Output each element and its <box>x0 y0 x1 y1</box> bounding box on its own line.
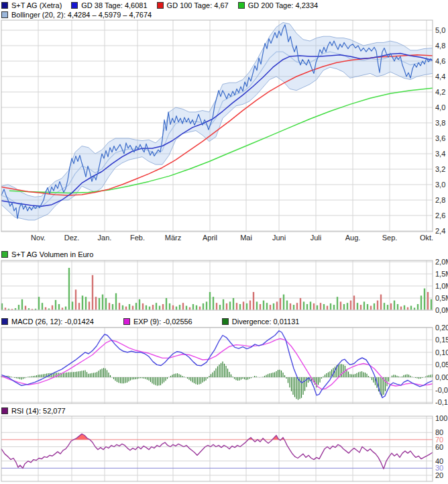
volume-bar <box>129 304 130 310</box>
legend-label: GD 200 Tage: 4,2334 <box>248 1 318 9</box>
x-axis-month-label: Jan. <box>98 234 112 242</box>
legend-item: RSI (14): 52,077 <box>1 407 66 415</box>
legend-item: EXP (9): -0,02556 <box>123 318 192 326</box>
legend-label: S+T AG Volumen in Euro <box>11 250 93 258</box>
volume-plot-area[interactable] <box>1 260 433 310</box>
volume-bar <box>290 303 291 310</box>
volume-bar <box>112 304 113 310</box>
volume-bar <box>146 305 147 310</box>
volume-bar <box>135 303 137 309</box>
volume-bar <box>394 301 395 310</box>
volume-bar <box>404 305 405 310</box>
volume-bar <box>357 303 358 309</box>
legend-item: GD 38 Tage: 4,6081 <box>71 1 147 9</box>
volume-bar <box>45 307 46 310</box>
volume-bar <box>35 309 36 310</box>
y-axis-tick-label: -0,10 <box>435 398 448 406</box>
volume-bar <box>38 297 40 309</box>
y-axis-tick-label: 0,00 <box>435 373 448 381</box>
volume-bar <box>152 305 154 309</box>
volume-bar <box>353 295 355 309</box>
volume-bar <box>421 295 422 309</box>
volume-panel-group: 2,0M1,5M1,0M0,5M0,0M <box>1 258 448 314</box>
y-axis-tick-label: 3,6 <box>435 134 445 142</box>
x-axis-month-label: Feb. <box>130 234 145 242</box>
x-axis-month-label: Juni <box>272 234 286 242</box>
macd-panel-group: 0,200,150,100,050,00-0,05-0,10 <box>1 324 448 407</box>
legend-label: RSI (14): 52,077 <box>11 407 66 415</box>
volume-bar <box>186 306 187 310</box>
volume-bar <box>11 309 13 309</box>
legend-color-swatch <box>1 318 8 325</box>
volume-bar <box>162 304 164 310</box>
volume-bar <box>424 289 425 310</box>
volume-bar <box>179 305 180 309</box>
x-axis-month-label: März <box>165 234 181 242</box>
volume-bar <box>263 301 264 310</box>
volume-bar <box>384 303 385 309</box>
x-axis-month-label: April <box>203 234 217 242</box>
price-legend-row: S+T AG (Xetra)GD 38 Tage: 4,6081GD 100 T… <box>1 1 327 9</box>
macd-plot-area[interactable] <box>1 328 433 403</box>
volume-bar <box>216 303 217 309</box>
volume-bar <box>92 275 93 310</box>
volume-bar <box>397 304 398 310</box>
macd-legend-row: MACD (26, 12): -0,01424EXP (9): -0,02556… <box>1 318 329 326</box>
volume-bar <box>48 308 50 309</box>
volume-bar <box>333 305 335 309</box>
volume-bar <box>213 297 214 309</box>
volume-bar <box>42 303 43 309</box>
y-axis-tick-label: 0,15 <box>435 336 448 344</box>
volume-bar <box>139 299 140 310</box>
y-axis-tick-label: 2,8 <box>435 196 445 204</box>
volume-bar <box>65 307 66 310</box>
volume-bar <box>243 301 244 309</box>
y-axis-tick-label: 4,4 <box>435 72 445 81</box>
volume-bar <box>340 301 341 309</box>
y-axis-tick-label: 0,5M <box>435 294 448 302</box>
y-axis-tick-label: 3,4 <box>435 150 445 158</box>
volume-bar <box>320 303 321 309</box>
volume-bar <box>5 307 6 309</box>
volume-bar <box>78 303 80 309</box>
volume-bar <box>233 298 234 310</box>
x-axis-month-label: Dez. <box>64 234 80 242</box>
volume-bar <box>55 300 56 310</box>
volume-bar <box>75 289 76 309</box>
volume-bar <box>306 304 308 310</box>
volume-bar <box>427 292 429 310</box>
stock-chart-page: S+T AG (Xetra)GD 38 Tage: 4,6081GD 100 T… <box>0 0 448 484</box>
volume-bar <box>219 305 221 309</box>
volume-bar <box>115 293 117 310</box>
volume-bar <box>246 303 247 310</box>
volume-bar <box>58 304 60 310</box>
volume-bar <box>276 301 278 309</box>
volume-bar <box>347 303 348 309</box>
volume-bar <box>310 301 311 309</box>
rsi-panel-group: 100807060403020 <box>1 414 447 481</box>
volume-bar <box>367 304 368 310</box>
x-axis-month-label: Aug. <box>345 234 361 242</box>
legend-color-swatch <box>123 318 130 325</box>
legend-label: EXP (9): -0,02556 <box>133 318 192 326</box>
legend-label: Divergence: 0,01131 <box>232 318 300 326</box>
volume-bar <box>52 305 53 310</box>
volume-bar <box>360 305 361 309</box>
volume-bar <box>260 304 261 310</box>
volume-bar <box>280 298 281 310</box>
legend-color-swatch <box>71 2 78 9</box>
volume-bar <box>203 303 204 310</box>
legend-color-swatch <box>1 407 8 414</box>
volume-bar <box>89 301 90 309</box>
volume-bar <box>256 301 258 309</box>
y-axis-tick-label: 0,20 <box>435 324 448 332</box>
volume-bar <box>18 305 19 309</box>
volume-bar <box>109 303 110 309</box>
volume-bar <box>407 307 408 310</box>
x-axis-month-label: Sep. <box>382 234 398 242</box>
legend-color-swatch <box>238 2 245 9</box>
legend-label: Bollinger (20, 2): 4,4284 – 4,5979 – 4,7… <box>11 11 152 19</box>
volume-bar <box>28 308 30 309</box>
x-axis-month-label: Nov. <box>31 234 46 242</box>
volume-bar <box>330 303 331 310</box>
